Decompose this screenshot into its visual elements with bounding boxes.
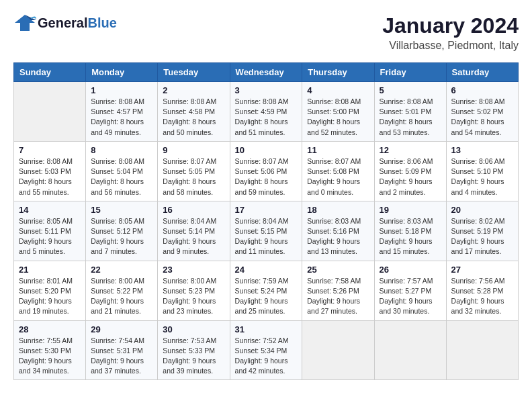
calendar-cell: 17Sunrise: 8:04 AM Sunset: 5:15 PM Dayli… xyxy=(230,201,302,261)
day-info: Sunrise: 8:02 AM Sunset: 5:19 PM Dayligh… xyxy=(451,216,513,257)
calendar-cell: 3Sunrise: 8:08 AM Sunset: 4:59 PM Daylig… xyxy=(230,82,302,142)
header-day-sunday: Sunday xyxy=(14,63,86,82)
calendar-cell: 8Sunrise: 8:08 AM Sunset: 5:04 PM Daylig… xyxy=(86,141,158,201)
calendar-cell xyxy=(14,82,86,142)
day-info: Sunrise: 7:55 AM Sunset: 5:30 PM Dayligh… xyxy=(19,336,81,377)
calendar-cell: 25Sunrise: 7:58 AM Sunset: 5:26 PM Dayli… xyxy=(302,261,374,320)
day-number: 15 xyxy=(91,205,152,215)
day-number: 13 xyxy=(451,145,513,155)
day-number: 2 xyxy=(163,85,224,95)
header-day-saturday: Saturday xyxy=(446,63,518,82)
calendar-cell: 29Sunrise: 7:54 AM Sunset: 5:31 PM Dayli… xyxy=(86,320,158,380)
day-info: Sunrise: 8:08 AM Sunset: 4:57 PM Dayligh… xyxy=(91,97,152,138)
logo-text: GeneralBlue xyxy=(38,15,117,30)
day-number: 11 xyxy=(307,145,369,155)
day-number: 18 xyxy=(307,205,369,215)
day-info: Sunrise: 8:05 AM Sunset: 5:12 PM Dayligh… xyxy=(91,216,152,257)
header-day-tuesday: Tuesday xyxy=(158,63,230,82)
calendar-body: 1Sunrise: 8:08 AM Sunset: 4:57 PM Daylig… xyxy=(14,82,519,380)
day-number: 5 xyxy=(380,85,441,95)
calendar-cell: 20Sunrise: 8:02 AM Sunset: 5:19 PM Dayli… xyxy=(446,201,518,261)
day-info: Sunrise: 7:54 AM Sunset: 5:31 PM Dayligh… xyxy=(91,336,152,377)
day-number: 23 xyxy=(163,265,224,275)
calendar-cell: 23Sunrise: 8:00 AM Sunset: 5:23 PM Dayli… xyxy=(158,261,230,320)
day-info: Sunrise: 8:08 AM Sunset: 5:02 PM Dayligh… xyxy=(451,97,513,138)
calendar-cell: 14Sunrise: 8:05 AM Sunset: 5:11 PM Dayli… xyxy=(14,201,86,261)
calendar-cell: 28Sunrise: 7:55 AM Sunset: 5:30 PM Dayli… xyxy=(14,320,86,380)
calendar-cell: 2Sunrise: 8:08 AM Sunset: 4:58 PM Daylig… xyxy=(158,82,230,142)
header-day-wednesday: Wednesday xyxy=(230,63,302,82)
day-info: Sunrise: 8:08 AM Sunset: 4:58 PM Dayligh… xyxy=(163,97,224,138)
calendar-cell: 26Sunrise: 7:57 AM Sunset: 5:27 PM Dayli… xyxy=(374,261,446,320)
calendar-cell: 31Sunrise: 7:52 AM Sunset: 5:34 PM Dayli… xyxy=(230,320,302,380)
day-number: 14 xyxy=(19,205,81,215)
week-row-1: 7Sunrise: 8:08 AM Sunset: 5:03 PM Daylig… xyxy=(14,141,519,201)
calendar-cell: 13Sunrise: 8:06 AM Sunset: 5:10 PM Dayli… xyxy=(446,141,518,201)
calendar-cell xyxy=(374,320,446,380)
page-header: GeneralBlue January 2024 Villarbasse, Pi… xyxy=(13,13,519,52)
calendar-cell: 30Sunrise: 7:53 AM Sunset: 5:33 PM Dayli… xyxy=(158,320,230,380)
calendar-cell: 11Sunrise: 8:07 AM Sunset: 5:08 PM Dayli… xyxy=(302,141,374,201)
location-label: Villarbasse, Piedmont, Italy xyxy=(382,40,519,52)
day-info: Sunrise: 8:04 AM Sunset: 5:14 PM Dayligh… xyxy=(163,216,224,257)
month-title: January 2024 xyxy=(382,13,519,38)
day-number: 27 xyxy=(451,265,513,275)
day-number: 26 xyxy=(380,265,441,275)
day-number: 20 xyxy=(451,205,513,215)
day-info: Sunrise: 8:08 AM Sunset: 4:59 PM Dayligh… xyxy=(235,97,298,138)
calendar-cell: 1Sunrise: 8:08 AM Sunset: 4:57 PM Daylig… xyxy=(86,82,158,142)
day-number: 19 xyxy=(380,205,441,215)
day-number: 21 xyxy=(19,265,81,275)
day-number: 24 xyxy=(235,265,298,275)
day-info: Sunrise: 7:53 AM Sunset: 5:33 PM Dayligh… xyxy=(163,336,224,377)
week-row-4: 28Sunrise: 7:55 AM Sunset: 5:30 PM Dayli… xyxy=(14,320,519,380)
day-info: Sunrise: 8:07 AM Sunset: 5:05 PM Dayligh… xyxy=(163,156,224,197)
calendar-cell xyxy=(302,320,374,380)
header-row: SundayMondayTuesdayWednesdayThursdayFrid… xyxy=(14,63,519,82)
day-info: Sunrise: 7:56 AM Sunset: 5:28 PM Dayligh… xyxy=(451,276,513,317)
header-day-friday: Friday xyxy=(374,63,446,82)
day-info: Sunrise: 7:58 AM Sunset: 5:26 PM Dayligh… xyxy=(307,276,369,317)
day-info: Sunrise: 8:08 AM Sunset: 5:04 PM Dayligh… xyxy=(91,156,152,197)
day-info: Sunrise: 8:07 AM Sunset: 5:08 PM Dayligh… xyxy=(307,156,369,197)
calendar-cell: 27Sunrise: 7:56 AM Sunset: 5:28 PM Dayli… xyxy=(446,261,518,320)
calendar-cell: 7Sunrise: 8:08 AM Sunset: 5:03 PM Daylig… xyxy=(14,141,86,201)
day-number: 12 xyxy=(380,145,441,155)
day-info: Sunrise: 8:04 AM Sunset: 5:15 PM Dayligh… xyxy=(235,216,298,257)
calendar-cell: 9Sunrise: 8:07 AM Sunset: 5:05 PM Daylig… xyxy=(158,141,230,201)
calendar-cell xyxy=(446,320,518,380)
day-info: Sunrise: 8:08 AM Sunset: 5:03 PM Dayligh… xyxy=(19,156,81,197)
day-number: 16 xyxy=(163,205,224,215)
calendar-cell: 5Sunrise: 8:08 AM Sunset: 5:01 PM Daylig… xyxy=(374,82,446,142)
day-number: 29 xyxy=(91,324,152,334)
title-section: January 2024 Villarbasse, Piedmont, Ital… xyxy=(382,13,519,52)
day-info: Sunrise: 8:08 AM Sunset: 5:00 PM Dayligh… xyxy=(307,97,369,138)
logo: GeneralBlue xyxy=(13,13,117,32)
calendar-cell: 16Sunrise: 8:04 AM Sunset: 5:14 PM Dayli… xyxy=(158,201,230,261)
week-row-2: 14Sunrise: 8:05 AM Sunset: 5:11 PM Dayli… xyxy=(14,201,519,261)
calendar-cell: 24Sunrise: 7:59 AM Sunset: 5:24 PM Dayli… xyxy=(230,261,302,320)
calendar-cell: 22Sunrise: 8:00 AM Sunset: 5:22 PM Dayli… xyxy=(86,261,158,320)
day-number: 4 xyxy=(307,85,369,95)
day-number: 9 xyxy=(163,145,224,155)
day-number: 22 xyxy=(91,265,152,275)
day-number: 1 xyxy=(91,85,152,95)
day-number: 3 xyxy=(235,85,298,95)
day-number: 10 xyxy=(235,145,298,155)
day-number: 6 xyxy=(451,85,513,95)
day-info: Sunrise: 8:03 AM Sunset: 5:18 PM Dayligh… xyxy=(380,216,441,257)
calendar-cell: 18Sunrise: 8:03 AM Sunset: 5:16 PM Dayli… xyxy=(302,201,374,261)
day-number: 28 xyxy=(19,324,81,334)
calendar-cell: 12Sunrise: 8:06 AM Sunset: 5:09 PM Dayli… xyxy=(374,141,446,201)
day-info: Sunrise: 8:06 AM Sunset: 5:10 PM Dayligh… xyxy=(451,156,513,197)
week-row-3: 21Sunrise: 8:01 AM Sunset: 5:20 PM Dayli… xyxy=(14,261,519,320)
day-info: Sunrise: 8:08 AM Sunset: 5:01 PM Dayligh… xyxy=(380,97,441,138)
day-info: Sunrise: 8:06 AM Sunset: 5:09 PM Dayligh… xyxy=(380,156,441,197)
calendar-cell: 19Sunrise: 8:03 AM Sunset: 5:18 PM Dayli… xyxy=(374,201,446,261)
day-info: Sunrise: 8:00 AM Sunset: 5:22 PM Dayligh… xyxy=(91,276,152,317)
day-info: Sunrise: 8:00 AM Sunset: 5:23 PM Dayligh… xyxy=(163,276,224,317)
logo-icon xyxy=(13,13,36,32)
day-info: Sunrise: 8:05 AM Sunset: 5:11 PM Dayligh… xyxy=(19,216,81,257)
calendar-cell: 10Sunrise: 8:07 AM Sunset: 5:06 PM Dayli… xyxy=(230,141,302,201)
day-info: Sunrise: 8:03 AM Sunset: 5:16 PM Dayligh… xyxy=(307,216,369,257)
